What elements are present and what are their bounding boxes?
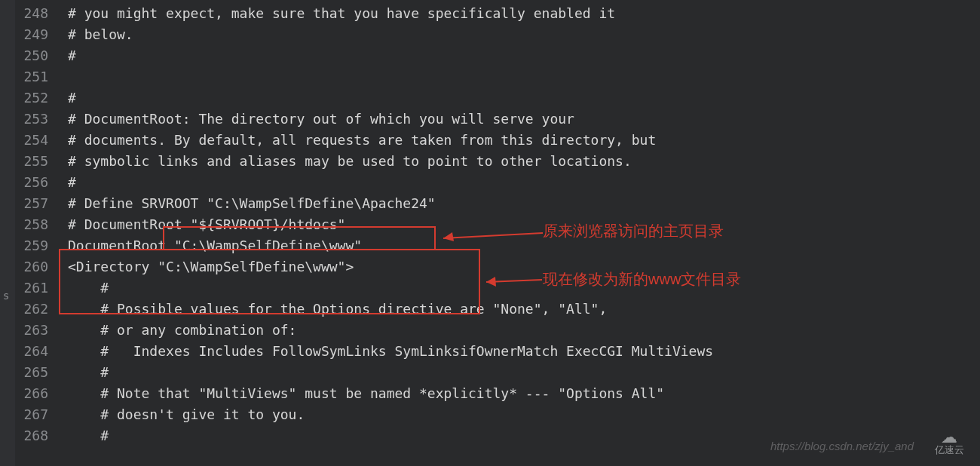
code-line[interactable]: # (68, 172, 713, 193)
line-number: 253 (0, 109, 59, 130)
line-number: 262 (0, 299, 59, 320)
code-line[interactable]: # symbolic links and aliases may be used… (68, 151, 713, 172)
code-line[interactable]: # or any combination of: (68, 320, 713, 341)
line-number: 260 (0, 256, 59, 277)
code-line[interactable]: # DocumentRoot: The directory out of whi… (68, 109, 713, 130)
code-line[interactable]: # you might expect, make sure that you h… (68, 3, 713, 24)
code-editor[interactable]: s 24824925025125225325425525625725825926… (0, 0, 980, 466)
code-line[interactable] (68, 66, 713, 87)
code-line[interactable]: # (68, 362, 713, 383)
line-number: 255 (0, 151, 59, 172)
line-number: 257 (0, 193, 59, 214)
code-line[interactable]: # documents. By default, all requests ar… (68, 130, 713, 151)
line-number: 249 (0, 24, 59, 45)
line-number: 265 (0, 362, 59, 383)
line-number-gutter: 2482492502512522532542552562572582592602… (0, 0, 59, 446)
line-number: 248 (0, 3, 59, 24)
code-line[interactable]: # doesn't give it to you. (68, 404, 713, 425)
code-line[interactable]: # below. (68, 24, 713, 45)
annotation-text-1: 原来浏览器访问的主页目录 (543, 220, 724, 241)
line-number: 251 (0, 66, 59, 87)
line-number: 254 (0, 130, 59, 151)
line-number: 250 (0, 45, 59, 66)
line-number: 267 (0, 404, 59, 425)
code-line[interactable]: # (68, 87, 713, 109)
watermark-url: https://blog.csdn.net/zjy_and (770, 436, 914, 457)
line-number: 258 (0, 214, 59, 235)
line-number: 259 (0, 235, 59, 256)
annotation-text-2: 现在修改为新的www文件目录 (543, 268, 741, 290)
line-number: 263 (0, 320, 59, 341)
code-line[interactable]: # Indexes Includes FollowSymLinks SymLin… (68, 341, 713, 362)
code-line[interactable]: # Note that "MultiViews" must be named *… (68, 383, 713, 404)
code-line[interactable]: # (68, 425, 713, 446)
line-number: 261 (0, 277, 59, 299)
line-number: 266 (0, 383, 59, 404)
watermark-brand: 亿速云 (921, 445, 977, 455)
line-number: 252 (0, 87, 59, 109)
line-number: 268 (0, 425, 59, 446)
code-line[interactable]: # Define SRVROOT "C:\WampSelfDefine\Apac… (68, 193, 713, 214)
line-number: 256 (0, 172, 59, 193)
code-line[interactable]: # (68, 45, 713, 66)
watermark-logo: ☁ 亿速云 (921, 430, 977, 463)
code-line[interactable]: # Possible values for the Options direct… (68, 299, 713, 320)
cloud-icon: ☁ (921, 430, 977, 445)
line-number: 264 (0, 341, 59, 362)
